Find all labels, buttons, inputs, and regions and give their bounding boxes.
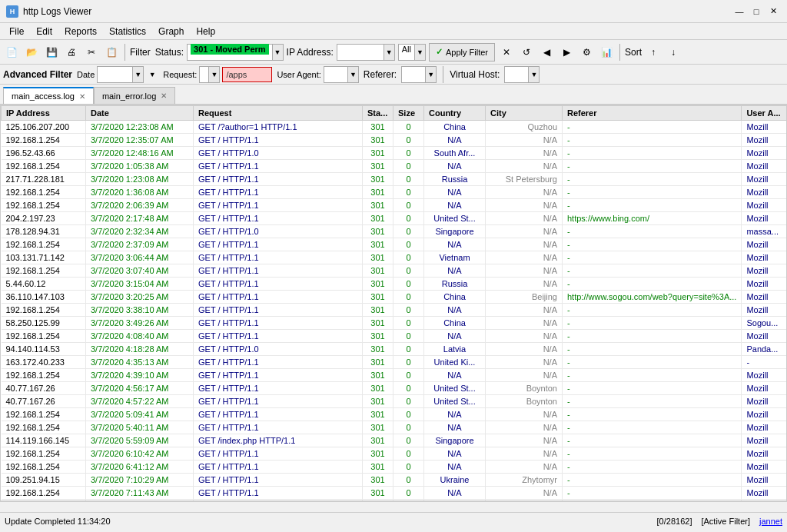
- date-combo[interactable]: ▼: [97, 66, 144, 83]
- table-row[interactable]: 192.168.1.2543/7/2020 1:36:08 AMGET / HT…: [2, 186, 788, 199]
- table-row[interactable]: 192.168.1.2543/7/2020 3:38:10 AMGET / HT…: [2, 304, 788, 317]
- table-row[interactable]: 114.119.166.1453/7/2020 5:59:09 AMGET /i…: [2, 434, 788, 447]
- table-row[interactable]: 192.168.1.2543/7/2020 6:41:12 AMGET / HT…: [2, 461, 788, 474]
- table-row[interactable]: 204.2.197.233/7/2020 2:17:48 AMGET / HTT…: [2, 212, 788, 225]
- menu-edit[interactable]: Edit: [30, 25, 58, 38]
- status-dropdown-arrow[interactable]: ▼: [272, 45, 283, 60]
- new-button[interactable]: 📄: [3, 44, 20, 61]
- sort-desc-button[interactable]: ↓: [665, 44, 682, 61]
- minimize-button[interactable]: —: [732, 4, 747, 19]
- maximize-button[interactable]: □: [749, 4, 764, 19]
- table-row[interactable]: 40.77.167.263/7/2020 4:57:22 AMGET / HTT…: [2, 395, 788, 408]
- useragent-dropdown-arrow[interactable]: ▼: [347, 67, 358, 82]
- date-dropdown-arrow[interactable]: ▼: [132, 67, 143, 82]
- table-row[interactable]: 103.131.71.1423/7/2020 3:06:44 AMGET / H…: [2, 251, 788, 264]
- sort-asc-button[interactable]: ↑: [645, 44, 662, 61]
- table-cell: N/A: [486, 447, 563, 461]
- table-cell: 301: [363, 186, 394, 199]
- table-row[interactable]: 58.250.125.993/7/2020 3:49:26 AMGET / HT…: [2, 317, 788, 330]
- col-header-useragent[interactable]: User A...: [742, 106, 787, 121]
- table-row[interactable]: 196.52.43.663/7/2020 12:48:16 AMGET / HT…: [2, 147, 788, 160]
- ip-combo[interactable]: ▼: [337, 44, 395, 61]
- title-bar: H http Logs Viewer — □ ✕: [0, 0, 787, 23]
- tab-main-error[interactable]: main_error.log ✕: [94, 87, 175, 104]
- all-dropdown-arrow[interactable]: ▼: [414, 45, 425, 60]
- tab-main-access[interactable]: main_access.log ✕: [3, 87, 94, 104]
- table-cell: 0: [394, 251, 424, 264]
- table-row[interactable]: 192.168.1.2543/7/2020 5:09:41 AMGET / HT…: [2, 408, 788, 421]
- request-input[interactable]: [222, 67, 272, 82]
- virtual-host-combo[interactable]: ▼: [504, 66, 540, 83]
- table-row[interactable]: 192.168.1.2543/7/2020 4:08:40 AMGET / HT…: [2, 330, 788, 343]
- table-row[interactable]: 192.168.1.2543/7/2020 3:07:40 AMGET / HT…: [2, 264, 788, 278]
- referer-combo[interactable]: ▼: [401, 66, 437, 83]
- table-row[interactable]: 192.168.1.2543/7/2020 4:39:10 AMGET / HT…: [2, 369, 788, 382]
- table-row[interactable]: 192.168.1.2543/7/2020 2:37:09 AMGET / HT…: [2, 238, 788, 251]
- menu-statistics[interactable]: Statistics: [103, 25, 152, 38]
- toolbar-extra2[interactable]: 📊: [598, 44, 615, 61]
- table-cell: massa...: [742, 225, 787, 238]
- date-extra-button[interactable]: ▼: [146, 68, 158, 81]
- useragent-combo[interactable]: ▼: [324, 66, 359, 83]
- back-button[interactable]: ◀: [538, 44, 555, 61]
- col-header-ip[interactable]: IP Address: [2, 106, 86, 121]
- table-cell: 3/7/2020 4:56:17 AM: [86, 382, 194, 395]
- horizontal-scrollbar[interactable]: [0, 501, 787, 512]
- referer-dropdown-arrow[interactable]: ▼: [425, 67, 436, 82]
- request-dropdown-arrow[interactable]: ▼: [208, 67, 219, 82]
- table-cell: Russia: [424, 278, 486, 291]
- table-row[interactable]: 94.140.114.533/7/2020 4:18:28 AMGET / HT…: [2, 343, 788, 356]
- virtual-host-dropdown-arrow[interactable]: ▼: [528, 67, 539, 82]
- all-combo[interactable]: All ▼: [398, 44, 426, 61]
- menu-file[interactable]: File: [3, 25, 30, 38]
- table-row[interactable]: 192.168.1.2543/7/2020 7:11:43 AMGET / HT…: [2, 487, 788, 500]
- table-cell: 3/7/2020 4:35:13 AM: [86, 356, 194, 369]
- table-row[interactable]: 5.44.60.123/7/2020 3:15:04 AMGET / HTTP/…: [2, 278, 788, 291]
- col-header-referer[interactable]: Referer: [563, 106, 742, 121]
- menu-graph[interactable]: Graph: [152, 25, 190, 38]
- table-row[interactable]: 217.71.228.1813/7/2020 1:23:08 AMGET / H…: [2, 173, 788, 186]
- forward-button[interactable]: ▶: [558, 44, 575, 61]
- table-row[interactable]: 125.106.207.2003/7/2020 12:23:08 AMGET /…: [2, 121, 788, 134]
- col-header-size[interactable]: Size: [394, 106, 424, 121]
- copy-button[interactable]: 📋: [103, 44, 120, 61]
- col-header-date[interactable]: Date: [86, 106, 194, 121]
- table-cell: Mozill: [742, 461, 787, 474]
- table-row[interactable]: 40.77.167.263/7/2020 4:56:17 AMGET / HTT…: [2, 382, 788, 395]
- save-button[interactable]: 💾: [43, 44, 60, 61]
- cut-button[interactable]: ✂: [83, 44, 100, 61]
- col-header-city[interactable]: City: [486, 106, 563, 121]
- menu-help[interactable]: Help: [190, 25, 221, 38]
- close-button[interactable]: ✕: [765, 4, 781, 19]
- table-row[interactable]: 163.172.40.2333/7/2020 4:35:13 AMGET / H…: [2, 356, 788, 369]
- refresh-button[interactable]: ↺: [518, 44, 535, 61]
- log-table-container[interactable]: IP Address Date Request Sta... Size Coun…: [0, 105, 787, 501]
- table-row[interactable]: 192.168.1.2543/7/2020 5:40:11 AMGET / HT…: [2, 421, 788, 434]
- table-row[interactable]: 192.168.1.2543/7/2020 2:06:39 AMGET / HT…: [2, 199, 788, 212]
- col-header-country[interactable]: Country: [424, 106, 486, 121]
- status-combo[interactable]: 301 - Moved Perm ▼: [187, 44, 284, 61]
- table-row[interactable]: 178.128.94.313/7/2020 2:32:34 AMGET / HT…: [2, 225, 788, 238]
- col-header-request[interactable]: Request: [194, 106, 363, 121]
- table-row[interactable]: 36.110.147.1033/7/2020 3:20:25 AMGET / H…: [2, 291, 788, 304]
- menu-reports[interactable]: Reports: [58, 25, 103, 38]
- table-cell: 0: [394, 395, 424, 408]
- toolbar-extra1[interactable]: ⚙: [578, 44, 595, 61]
- open-button[interactable]: 📂: [23, 44, 40, 61]
- tab-main-access-close[interactable]: ✕: [79, 92, 85, 101]
- table-row[interactable]: 109.251.94.153/7/2020 7:10:29 AMGET / HT…: [2, 474, 788, 487]
- col-header-status[interactable]: Sta...: [363, 106, 394, 121]
- table-row[interactable]: 192.168.1.2543/7/2020 1:05:38 AMGET / HT…: [2, 160, 788, 173]
- table-cell: 192.168.1.254: [2, 461, 86, 474]
- table-row[interactable]: 192.168.1.2543/7/2020 12:35:07 AMGET / H…: [2, 134, 788, 147]
- all-value: All: [399, 45, 414, 60]
- print-button[interactable]: 🖨: [63, 44, 80, 61]
- request-combo[interactable]: ▼: [199, 66, 220, 83]
- table-cell: 3/7/2020 2:32:34 AM: [86, 225, 194, 238]
- table-cell: 301: [363, 121, 394, 134]
- apply-filter-button[interactable]: ✓ Apply Filter: [429, 43, 495, 62]
- filter-clear-button[interactable]: ✕: [498, 44, 515, 61]
- table-row[interactable]: 192.168.1.2543/7/2020 6:10:42 AMGET / HT…: [2, 447, 788, 461]
- ip-dropdown-arrow[interactable]: ▼: [384, 45, 394, 60]
- tab-main-error-close[interactable]: ✕: [161, 91, 167, 100]
